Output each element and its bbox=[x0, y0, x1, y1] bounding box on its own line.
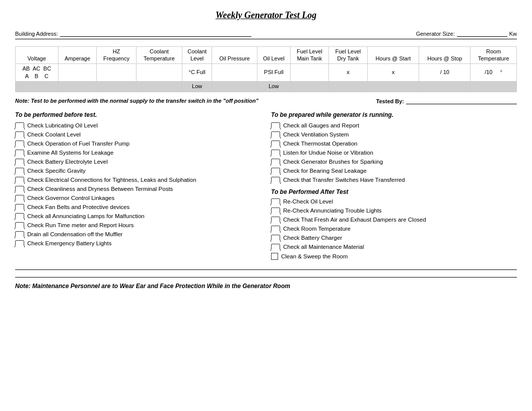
cell-hz bbox=[97, 63, 136, 82]
checkbox-icon[interactable] bbox=[271, 253, 278, 260]
checkbox-icon[interactable] bbox=[15, 122, 24, 129]
cell-voltage-2 bbox=[16, 82, 58, 92]
data-row-2: Low Low bbox=[16, 82, 517, 92]
list-item: Check Operation of Fuel Transfer Pump bbox=[15, 141, 261, 147]
list-item: Check that Transfer Switches Have Transf… bbox=[271, 177, 517, 183]
checkbox-icon[interactable] bbox=[271, 177, 280, 183]
checkbox-icon[interactable] bbox=[15, 195, 24, 201]
item-label: Check Room Temperature bbox=[283, 226, 351, 232]
item-label: Check Lubricating Oil Level bbox=[27, 122, 98, 128]
cell-oil-level: PSI Full bbox=[257, 63, 291, 82]
col-hz: HZFrequency bbox=[97, 47, 136, 64]
tested-by-line[interactable] bbox=[406, 97, 517, 104]
item-label: Check That Fresh Air and Exhaust Dampers… bbox=[283, 217, 426, 223]
list-item: Listen for Undue Noise or Vibration bbox=[271, 150, 517, 156]
list-item: Check all Annunciating Lamps for Malfunc… bbox=[15, 213, 261, 220]
col-oil-pressure: Oil Pressure bbox=[212, 47, 257, 64]
item-label: Check for Bearing Seal Leakage bbox=[283, 168, 367, 174]
col-oil-level: Oil Level bbox=[257, 47, 291, 64]
checkbox-icon[interactable] bbox=[271, 122, 280, 129]
list-item: Check all Maintenance Material bbox=[271, 244, 517, 250]
cell-fuel-main bbox=[290, 63, 329, 82]
col-coolant-level: CoolantLevel bbox=[182, 47, 212, 64]
checkbox-icon[interactable] bbox=[271, 168, 280, 174]
checkbox-icon[interactable] bbox=[15, 168, 24, 174]
col-hours-start: Hours @ Start bbox=[367, 47, 419, 64]
checkbox-icon[interactable] bbox=[271, 159, 280, 165]
list-item: Check Ventilation System bbox=[271, 131, 517, 138]
item-label: Check Battery Charger bbox=[283, 235, 342, 241]
list-item: Clean & Sweep the Room bbox=[271, 253, 517, 260]
cell-voltage: AB AC BCA B C bbox=[16, 63, 58, 82]
list-item: Re-Check Oil Level bbox=[271, 198, 517, 205]
cell-coolant-temp bbox=[136, 63, 182, 82]
list-item: Check all Gauges and Report bbox=[271, 122, 517, 129]
tested-by-section: Tested By: bbox=[376, 97, 517, 104]
cell-room-temp-2 bbox=[471, 82, 517, 92]
cell-coolant-level-2: Low bbox=[182, 82, 212, 92]
checklist-section: To be performed before test. Check Lubri… bbox=[15, 111, 517, 262]
generator-size-label: Generator Size: bbox=[416, 31, 455, 37]
tested-by-label: Tested By: bbox=[376, 98, 404, 104]
item-label: Check Electrical Connections for Tightne… bbox=[27, 177, 196, 183]
checkbox-icon[interactable] bbox=[15, 231, 24, 238]
item-label: Check Governor Control Linkages bbox=[27, 195, 114, 201]
list-item: Check Fan Belts and Protective devices bbox=[15, 204, 261, 211]
generator-size-unit: Kw bbox=[509, 31, 517, 37]
building-address-section: Building Address: bbox=[15, 30, 251, 37]
item-label: Listen for Undue Noise or Vibration bbox=[283, 150, 373, 156]
list-item: Check Emergency Battery Lights bbox=[15, 240, 261, 247]
checkbox-icon[interactable] bbox=[15, 177, 24, 183]
item-label: Check Cleanliness and Dryness Between Te… bbox=[27, 186, 173, 192]
checkbox-icon[interactable] bbox=[15, 150, 24, 156]
checkbox-icon[interactable] bbox=[15, 186, 24, 192]
generator-size-line[interactable] bbox=[457, 30, 507, 37]
item-label: Check all Maintenance Material bbox=[283, 244, 364, 250]
cell-coolant-temp-2 bbox=[136, 82, 182, 92]
cell-oil-pressure-2 bbox=[212, 82, 257, 92]
checkbox-icon[interactable] bbox=[15, 204, 24, 211]
item-label: Check all Annunciating Lamps for Malfunc… bbox=[27, 213, 145, 219]
checkbox-icon[interactable] bbox=[271, 226, 280, 232]
col-fuel-main: Fuel LevelMain Tank bbox=[290, 47, 329, 64]
cell-hours-start: x bbox=[367, 63, 419, 82]
cell-hours-stop-2 bbox=[419, 82, 471, 92]
item-label: Check Specific Gravity bbox=[27, 168, 86, 174]
list-item: Check Electrical Connections for Tightne… bbox=[15, 177, 261, 183]
checkbox-icon[interactable] bbox=[15, 159, 24, 165]
item-label: Check Emergency Battery Lights bbox=[27, 240, 111, 246]
checkbox-icon[interactable] bbox=[15, 131, 24, 138]
col-coolant-temp: CoolantTemperature bbox=[136, 47, 182, 64]
cell-hours-stop: / 10 bbox=[419, 63, 471, 82]
cell-oil-level-2: Low bbox=[257, 82, 291, 92]
item-label: Check Thermostat Operation bbox=[283, 141, 357, 147]
checkbox-icon[interactable] bbox=[15, 141, 24, 147]
checkbox-icon[interactable] bbox=[15, 222, 24, 229]
checkbox-icon[interactable] bbox=[271, 141, 280, 147]
while-running-heading: To be prepared while generator is runnin… bbox=[271, 111, 517, 118]
running-after-col: To be prepared while generator is runnin… bbox=[271, 111, 517, 262]
checkbox-icon[interactable] bbox=[15, 240, 24, 247]
checkbox-icon[interactable] bbox=[271, 244, 280, 250]
item-label: Examine All Systems for Leakage bbox=[27, 150, 113, 156]
measurement-table: Voltage Amperage HZFrequency CoolantTemp… bbox=[15, 46, 517, 92]
checkbox-icon[interactable] bbox=[271, 198, 280, 205]
before-test-col: To be performed before test. Check Lubri… bbox=[15, 111, 261, 262]
checkbox-icon[interactable] bbox=[271, 235, 280, 241]
checkbox-icon[interactable] bbox=[15, 213, 24, 220]
item-label: Check Battery Electrolyte Level bbox=[27, 159, 108, 165]
checkbox-icon[interactable] bbox=[271, 131, 280, 138]
item-label: Check Fan Belts and Protective devices bbox=[27, 204, 129, 210]
building-address-line[interactable] bbox=[60, 30, 251, 37]
cell-amperage bbox=[58, 63, 97, 82]
item-label: Check Run Time meter and Report Hours bbox=[27, 222, 134, 228]
item-label: Check Ventilation System bbox=[283, 131, 349, 138]
item-label: Clean & Sweep the Room bbox=[281, 253, 348, 259]
item-label: Check all Gauges and Report bbox=[283, 122, 359, 128]
col-amperage: Amperage bbox=[58, 47, 97, 64]
item-label: Drain all Condensation off the Muffler bbox=[27, 231, 122, 237]
test-note: Note: Test to be performed with the norm… bbox=[15, 98, 258, 104]
checkbox-icon[interactable] bbox=[271, 217, 280, 223]
checkbox-icon[interactable] bbox=[271, 150, 280, 156]
checkbox-icon[interactable] bbox=[271, 208, 280, 214]
